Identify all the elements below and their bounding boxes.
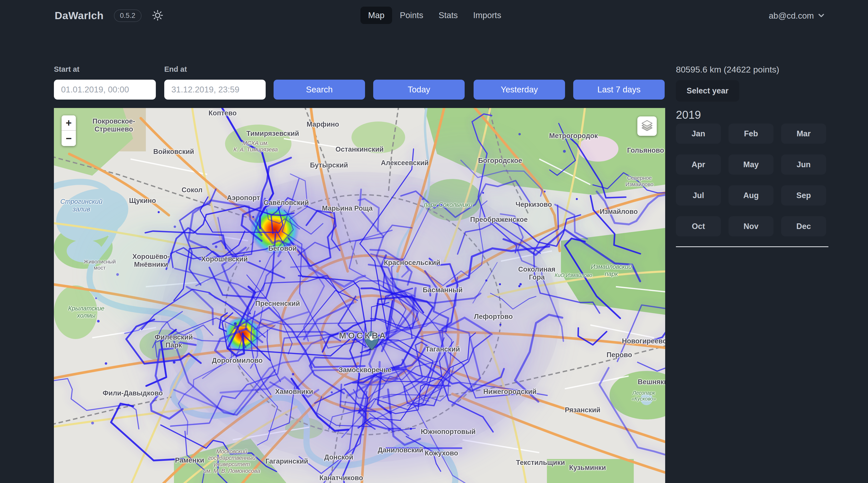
map-artwork xyxy=(54,108,665,483)
distance-stats: 80595.6 km (24622 points) xyxy=(676,64,828,74)
version-badge: 0.5.2 xyxy=(114,9,142,22)
last-7-days-button[interactable]: Last 7 days xyxy=(573,79,665,100)
month-button-feb[interactable]: Feb xyxy=(728,124,774,144)
select-year-button[interactable]: Select year xyxy=(676,80,739,102)
zoom-in-button[interactable]: + xyxy=(62,116,76,131)
tab-map[interactable]: Map xyxy=(361,7,392,24)
sun-icon xyxy=(152,9,163,22)
end-at-label: End at xyxy=(164,65,187,73)
theme-toggle-button[interactable] xyxy=(152,9,163,22)
map-zoom-control: + − xyxy=(62,116,76,146)
month-button-mar[interactable]: Mar xyxy=(781,124,826,144)
tab-imports[interactable]: Imports xyxy=(465,7,509,24)
app-logo: DaWarIch xyxy=(55,10,104,22)
map-container[interactable]: КоптевоПокровское- СтрешневоТимирязевски… xyxy=(54,108,665,483)
layers-icon xyxy=(641,119,654,133)
month-button-oct[interactable]: Oct xyxy=(676,216,721,236)
tab-stats[interactable]: Stats xyxy=(431,7,465,24)
start-at-input[interactable] xyxy=(54,79,156,100)
month-button-apr[interactable]: Apr xyxy=(676,155,721,174)
year-heading: 2019 xyxy=(676,109,828,121)
main-nav: MapPointsStatsImports xyxy=(361,7,509,24)
month-button-jul[interactable]: Jul xyxy=(676,185,721,205)
sidebar: 80595.6 km (24622 points) Select year 20… xyxy=(676,64,828,247)
layers-control[interactable] xyxy=(637,117,657,136)
month-button-jun[interactable]: Jun xyxy=(781,155,826,174)
month-button-nov[interactable]: Nov xyxy=(728,216,774,236)
month-button-jan[interactable]: Jan xyxy=(676,124,721,144)
tab-points[interactable]: Points xyxy=(392,7,431,24)
month-button-aug[interactable]: Aug xyxy=(728,185,774,205)
header: DaWarIch 0.5.2 MapPointsStatsImports ab@… xyxy=(0,0,868,31)
start-at-label: Start at xyxy=(54,65,80,73)
month-button-dec[interactable]: Dec xyxy=(781,216,826,236)
months-grid: JanFebMarAprMayJunJulAugSepOctNovDec xyxy=(676,124,828,236)
chevron-down-icon xyxy=(817,11,825,20)
header-left: DaWarIch 0.5.2 xyxy=(55,0,163,31)
month-button-sep[interactable]: Sep xyxy=(781,185,826,205)
sidebar-divider xyxy=(676,246,828,247)
user-menu[interactable]: ab@cd.com xyxy=(769,0,825,31)
zoom-out-button[interactable]: − xyxy=(62,131,76,146)
today-button[interactable]: Today xyxy=(373,79,465,100)
month-button-may[interactable]: May xyxy=(728,155,774,174)
yesterday-button[interactable]: Yesterday xyxy=(474,79,565,100)
user-email: ab@cd.com xyxy=(769,11,814,21)
end-at-input[interactable] xyxy=(164,79,266,100)
search-button[interactable]: Search xyxy=(274,79,365,100)
